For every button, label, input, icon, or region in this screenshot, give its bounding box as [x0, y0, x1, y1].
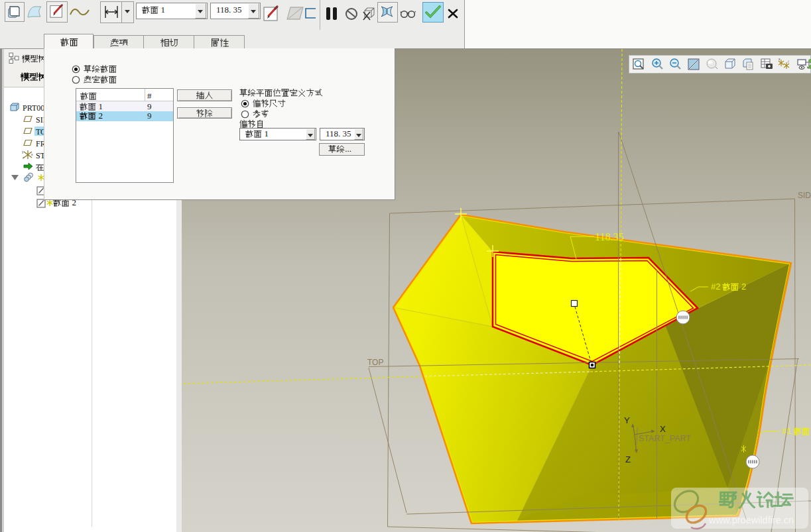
- svg-text:1: 1: [158, 5, 165, 15]
- svg-text:#1: #1: [782, 426, 794, 436]
- svg-text:#: #: [147, 91, 152, 101]
- svg-text:1: 1: [262, 129, 269, 138]
- svg-text:SIDE: SIDE: [798, 191, 811, 200]
- svg-text:x: x: [31, 152, 33, 156]
- svg-text:X: X: [660, 424, 666, 434]
- svg-text:Z: Z: [625, 454, 631, 464]
- svg-text:y: y: [22, 150, 24, 154]
- svg-text:2: 2: [739, 282, 747, 292]
- svg-text:START_PART: START_PART: [639, 434, 691, 443]
- svg-text:118. 35: 118. 35: [326, 129, 351, 138]
- svg-text:118.35: 118.35: [595, 231, 623, 242]
- svg-text:9: 9: [147, 102, 152, 111]
- svg-text:Y: Y: [624, 415, 630, 425]
- svg-text:x: x: [779, 58, 780, 61]
- svg-text:...: ...: [345, 144, 351, 154]
- svg-text:#2: #2: [711, 282, 723, 292]
- svg-text:118. 35: 118. 35: [216, 5, 242, 15]
- svg-text:1: 1: [96, 102, 103, 111]
- svg-text:TOP: TOP: [367, 358, 383, 367]
- svg-text:9: 9: [147, 111, 152, 121]
- svg-text:/: /: [788, 60, 789, 64]
- svg-text:2: 2: [96, 111, 103, 121]
